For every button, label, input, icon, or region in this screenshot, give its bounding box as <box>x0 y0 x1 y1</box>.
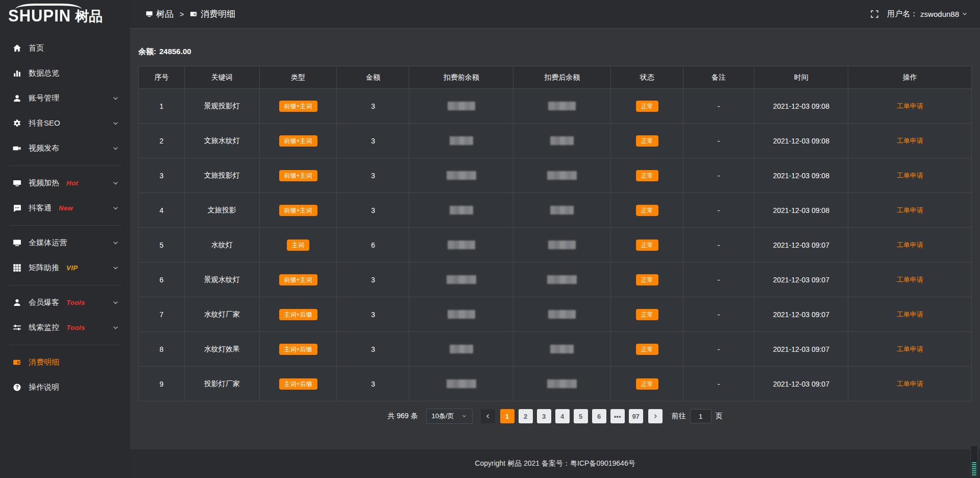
cell-amount: 3 <box>337 124 409 158</box>
username: zswodun88 <box>920 10 959 18</box>
masked-balance-after <box>550 206 574 214</box>
cell-remark: - <box>683 332 754 367</box>
ticket-apply-link[interactable]: 工单申请 <box>897 206 923 214</box>
person-icon <box>13 298 21 307</box>
masked-balance-before <box>447 171 476 180</box>
breadcrumb-item-shupin[interactable]: 树品 <box>145 8 174 20</box>
goto-page-input[interactable] <box>690 409 712 423</box>
cell-keyword: 文旅水纹灯 <box>184 124 259 158</box>
topbar-right: 用户名：zswodun88 <box>870 9 968 19</box>
table-row: 2 文旅水纹灯 前缀+主词 3 正常 - 2021-12-03 09:08 工单… <box>139 124 972 158</box>
type-tag: 主词+后缀 <box>279 309 317 320</box>
cell-keyword: 水纹灯厂家 <box>184 297 259 332</box>
cell-time: 2021-12-03 09:07 <box>754 367 848 401</box>
ticket-apply-link[interactable]: 工单申请 <box>897 310 923 318</box>
next-page-button[interactable] <box>648 409 663 423</box>
ticket-apply-link[interactable]: 工单申请 <box>897 172 923 179</box>
type-tag: 前缀+主词 <box>279 170 317 181</box>
sidebar-item-label: 视频发布 <box>29 144 59 153</box>
sidebar-item-badge: Hot <box>66 179 78 187</box>
home-icon <box>13 44 21 53</box>
type-tag: 主词 <box>287 240 309 251</box>
ticket-apply-link[interactable]: 工单申请 <box>897 276 923 283</box>
svg-text:?: ? <box>15 385 18 390</box>
type-tag: 前缀+主词 <box>279 135 317 147</box>
page-button-2[interactable]: 2 <box>519 409 533 423</box>
table-head-row: 序号关键词类型金额扣费前余额扣费后余额状态备注时间操作 <box>139 66 972 89</box>
chevron-down-icon <box>112 240 119 246</box>
sidebar-item-account-manage[interactable]: 账号管理 <box>0 86 130 111</box>
consume-table: 序号关键词类型金额扣费前余额扣费后余额状态备注时间操作 1 景观投影灯 前缀+主… <box>138 66 972 401</box>
scrollbar-thumb[interactable] <box>972 462 976 475</box>
sidebar-item-label: 操作说明 <box>29 383 59 392</box>
cell-amount: 3 <box>337 158 409 193</box>
scrollbar-widget[interactable] <box>970 445 978 477</box>
question-icon: ? <box>13 383 21 392</box>
cell-time: 2021-12-03 09:08 <box>754 158 848 193</box>
table-row: 6 景观水纹灯 前缀+主词 3 正常 - 2021-12-03 09:07 工单… <box>139 262 972 297</box>
page-ellipsis-button[interactable]: ••• <box>610 409 625 423</box>
chevron-down-icon <box>112 120 119 127</box>
page-button-4[interactable]: 4 <box>555 409 570 423</box>
sidebar-item-member-baoke[interactable]: 会员爆客 Tools <box>0 290 130 315</box>
sliders-icon <box>13 323 21 332</box>
column-header: 类型 <box>259 66 337 89</box>
sidebar-item-video-publish[interactable]: 视频发布 <box>0 136 130 161</box>
page-button-5[interactable]: 5 <box>574 409 588 423</box>
masked-balance-after <box>548 310 576 319</box>
prev-page-button[interactable] <box>481 409 495 423</box>
page-button-6[interactable]: 6 <box>592 409 606 423</box>
masked-balance-before <box>450 136 473 145</box>
ticket-apply-link[interactable]: 工单申请 <box>897 102 923 110</box>
sidebar-item-video-heat[interactable]: 视频加热 Hot <box>0 171 130 196</box>
cell-remark: - <box>683 367 754 401</box>
table-row: 9 投影灯厂家 主词+后缀 3 正常 - 2021-12-03 09:07 工单… <box>139 367 972 401</box>
sidebar-item-data-overview[interactable]: 数据总览 <box>0 61 130 86</box>
cell-amount: 3 <box>337 367 409 401</box>
ticket-apply-link[interactable]: 工单申请 <box>897 137 923 145</box>
ticket-apply-link[interactable]: 工单申请 <box>897 345 923 353</box>
fullscreen-icon[interactable] <box>870 10 879 18</box>
sidebar-item-media-operation[interactable]: 全媒体运营 <box>0 230 130 255</box>
column-header: 关键词 <box>184 66 259 89</box>
cell-time: 2021-12-03 09:08 <box>754 89 848 124</box>
sidebar-nav: 首页 数据总览 账号管理 抖音SEO 视频发布 视频加热 Hot 抖客通 New <box>0 33 130 478</box>
sidebar-item-douyin-seo[interactable]: 抖音SEO <box>0 111 130 136</box>
sidebar-item-label: 抖音SEO <box>29 118 60 128</box>
page-button-1[interactable]: 1 <box>500 409 514 423</box>
status-tag: 正常 <box>636 378 658 390</box>
breadcrumb-item-consume-detail[interactable]: 消费明细 <box>190 8 235 20</box>
cell-keyword: 水纹灯 <box>184 228 259 262</box>
ticket-apply-link[interactable]: 工单申请 <box>897 380 923 388</box>
sidebar-item-operation-guide[interactable]: ? 操作说明 <box>0 375 130 400</box>
type-tag: 主词+后缀 <box>279 378 317 390</box>
sidebar-item-consume-detail[interactable]: 消费明细 <box>0 350 130 375</box>
cell-keyword: 文旅投影灯 <box>184 158 259 193</box>
sidebar-divider <box>9 285 121 285</box>
cell-amount: 3 <box>337 193 409 228</box>
column-header: 备注 <box>683 66 754 89</box>
logo: SHUPIN 树品 <box>0 0 130 33</box>
masked-balance-before <box>447 379 476 388</box>
table-row: 8 水纹灯效果 主词+后缀 3 正常 - 2021-12-03 09:07 工单… <box>139 332 972 367</box>
wallet-icon <box>190 10 198 18</box>
cell-amount: 3 <box>337 262 409 297</box>
masked-balance-before <box>448 102 475 110</box>
sidebar-item-douketong[interactable]: 抖客通 New <box>0 196 130 221</box>
sidebar-item-matrix-boost[interactable]: 矩阵助推 VIP <box>0 255 130 280</box>
page-size-select[interactable]: 10条/页 <box>426 409 473 424</box>
masked-balance-after <box>548 241 576 249</box>
sidebar-item-clue-monitor[interactable]: 线索监控 Tools <box>0 315 130 340</box>
page-button-97[interactable]: 97 <box>629 409 643 423</box>
sidebar-item-label: 矩阵助推 <box>29 263 59 273</box>
user-menu[interactable]: 用户名：zswodun88 <box>887 9 968 19</box>
ticket-apply-link[interactable]: 工单申请 <box>897 241 923 249</box>
cell-amount: 3 <box>337 89 409 124</box>
sidebar-item-home[interactable]: 首页 <box>0 36 130 61</box>
chevron-down-icon <box>112 324 119 331</box>
page-button-3[interactable]: 3 <box>537 409 551 423</box>
user-icon <box>13 94 21 103</box>
status-tag: 正常 <box>636 240 658 251</box>
cell-keyword: 投影灯厂家 <box>184 367 259 401</box>
column-header: 时间 <box>754 66 848 89</box>
